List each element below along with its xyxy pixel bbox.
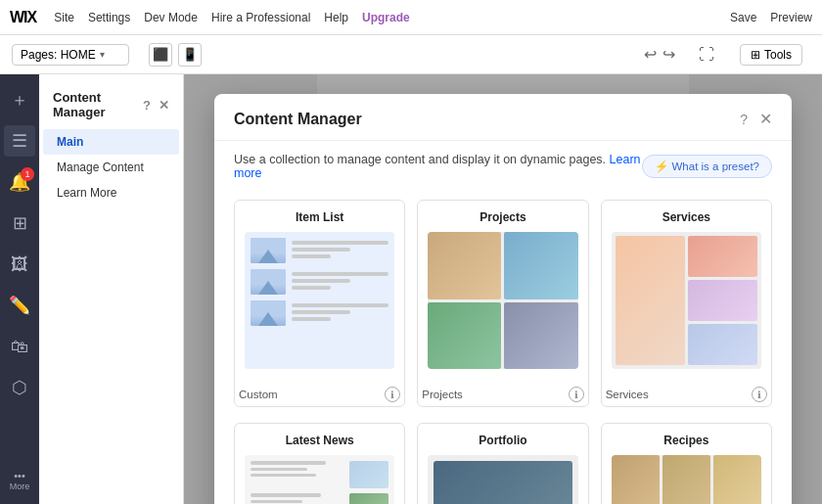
- card-portfolio[interactable]: Portfolio: [417, 423, 588, 504]
- sidebar-icon-pages[interactable]: ☰: [4, 125, 35, 157]
- chevron-down-icon: ▾: [100, 49, 105, 60]
- topbar-right: Save Preview: [730, 11, 812, 24]
- cards-row-2: Latest News: [234, 423, 772, 504]
- redo-button[interactable]: ↪: [662, 45, 675, 64]
- card-recipes-preview: [612, 455, 761, 504]
- cm-close-icon[interactable]: ✕: [159, 98, 169, 113]
- nav-site[interactable]: Site: [54, 11, 74, 24]
- news-img-1: [349, 461, 388, 488]
- card-item-list[interactable]: Item List: [234, 200, 405, 407]
- save-button[interactable]: Save: [730, 11, 756, 24]
- sidebar-icon-apps[interactable]: ⊞: [4, 207, 35, 239]
- more-label: More: [10, 481, 30, 491]
- secondbar: Pages: HOME ▾ ⬛ 📱 ↩ ↪ ⛶ ⊞ Tools: [0, 35, 822, 74]
- nav-settings[interactable]: Settings: [88, 11, 130, 24]
- page-selector[interactable]: Pages: HOME ▾: [12, 44, 129, 66]
- card-portfolio-preview: [428, 455, 577, 504]
- card-item-list-info[interactable]: ℹ: [385, 387, 400, 402]
- dialog-close-button[interactable]: ✕: [759, 110, 772, 128]
- nav-upgrade[interactable]: Upgrade: [362, 11, 410, 24]
- sidebar-icon-add[interactable]: ＋: [4, 84, 35, 115]
- tools-icon: ⊞: [751, 48, 760, 62]
- card-services-title: Services: [612, 210, 761, 224]
- dialog-header-right: ? ✕: [740, 110, 772, 128]
- undo-button[interactable]: ↩: [644, 45, 657, 64]
- card-services-preview: [612, 232, 761, 369]
- card-projects-footer: Projects ℹ: [418, 379, 587, 406]
- card-services-label: Services: [606, 389, 649, 400]
- cm-panel-item-main[interactable]: Main: [43, 129, 179, 155]
- content-manager-dialog: Content Manager ? ✕ Use a collection to …: [214, 94, 792, 504]
- topbar-nav: Site Settings Dev Mode Hire a Profession…: [54, 11, 410, 24]
- card-projects[interactable]: Projects: [417, 200, 588, 407]
- card-projects-info[interactable]: ℹ: [569, 387, 584, 402]
- card-latest-news-title: Latest News: [245, 434, 394, 447]
- editor-area: Content Manager ? ✕ Use a collection to …: [184, 74, 822, 504]
- preview-button[interactable]: Preview: [770, 11, 812, 24]
- recipe-img-1: [612, 455, 660, 504]
- card-item-list-footer: Custom ℹ: [235, 379, 404, 406]
- tools-button[interactable]: ⊞ Tools: [740, 44, 802, 66]
- device-icons: ⬛ 📱: [149, 43, 202, 67]
- sidebar-icon-tools[interactable]: ✏️: [4, 290, 35, 321]
- topbar: WIX Site Settings Dev Mode Hire a Profes…: [0, 0, 822, 35]
- project-img-3: [428, 302, 501, 370]
- main-layout: ＋ ☰ 🔔 1 ⊞ 🖼 ✏️ 🛍 ⬡ ••• More Content Mana…: [0, 74, 822, 504]
- dialog-subheader: Use a collection to manage content and d…: [214, 141, 792, 190]
- fullscreen-icon[interactable]: ⛶: [699, 46, 714, 64]
- learn-more-link[interactable]: Learn more: [234, 153, 641, 180]
- tools-label: Tools: [764, 48, 792, 62]
- nav-help[interactable]: Help: [324, 11, 348, 24]
- card-item-list-title: Item List: [245, 210, 394, 224]
- card-projects-title: Projects: [428, 210, 577, 224]
- nav-devmode[interactable]: Dev Mode: [144, 11, 198, 24]
- sidebar-icon-store[interactable]: 🛍: [4, 331, 35, 362]
- card-recipes[interactable]: Recipes: [601, 423, 772, 504]
- dialog-title: Content Manager: [234, 111, 362, 128]
- project-img-1: [428, 232, 501, 299]
- card-services[interactable]: Services: [601, 200, 772, 407]
- portfolio-img-1: [434, 461, 571, 504]
- recipe-img-3: [713, 455, 761, 504]
- preset-button[interactable]: ⚡ What is a preset?: [642, 155, 772, 178]
- notification-badge: 1: [21, 167, 34, 181]
- cards-row-1: Item List: [234, 200, 772, 407]
- card-latest-news-preview: [245, 455, 394, 504]
- cm-panel-header: Content Manager ? ✕: [39, 84, 183, 129]
- dialog-overlay: Content Manager ? ✕ Use a collection to …: [184, 74, 822, 504]
- sidebar-icon-data[interactable]: ⬡: [4, 372, 35, 403]
- nav-hire[interactable]: Hire a Professional: [211, 11, 310, 24]
- cm-panel: Content Manager ? ✕ Main Manage Content …: [39, 74, 184, 504]
- project-img-2: [504, 232, 577, 299]
- dialog-header: Content Manager ? ✕: [214, 94, 792, 141]
- card-projects-preview: [428, 232, 577, 369]
- sidebar-icon-more[interactable]: ••• More: [4, 465, 35, 496]
- card-projects-label: Projects: [422, 389, 463, 400]
- left-sidebar: ＋ ☰ 🔔 1 ⊞ 🖼 ✏️ 🛍 ⬡ ••• More: [0, 74, 39, 504]
- undo-redo: ↩ ↪: [644, 45, 675, 64]
- page-label: Pages: HOME: [21, 48, 96, 62]
- cm-help-icon[interactable]: ?: [143, 98, 151, 113]
- card-services-info[interactable]: ℹ: [752, 387, 767, 402]
- dialog-description: Use a collection to manage content and d…: [234, 153, 642, 180]
- wix-logo: WIX: [10, 9, 36, 26]
- cm-panel-header-icons: ? ✕: [143, 98, 169, 113]
- more-dots: •••: [14, 470, 25, 481]
- sidebar-icon-notifications[interactable]: 🔔 1: [4, 166, 35, 198]
- news-img-2: [349, 493, 388, 504]
- card-services-footer: Services ℹ: [602, 379, 771, 406]
- card-item-list-preview: [245, 232, 394, 369]
- dialog-help-icon[interactable]: ?: [740, 112, 748, 127]
- mobile-icon[interactable]: 📱: [178, 43, 202, 67]
- cm-panel-title: Content Manager: [53, 90, 143, 119]
- cm-panel-item-learn[interactable]: Learn More: [43, 180, 179, 206]
- dialog-content: Item List: [214, 190, 792, 504]
- project-img-4: [504, 302, 577, 370]
- card-recipes-title: Recipes: [612, 434, 761, 447]
- sidebar-icon-media[interactable]: 🖼: [4, 249, 35, 280]
- desktop-icon[interactable]: ⬛: [149, 43, 172, 67]
- cm-panel-item-manage[interactable]: Manage Content: [43, 155, 179, 180]
- card-item-list-label: Custom: [239, 389, 278, 400]
- card-portfolio-title: Portfolio: [428, 434, 577, 447]
- card-latest-news[interactable]: Latest News: [234, 423, 405, 504]
